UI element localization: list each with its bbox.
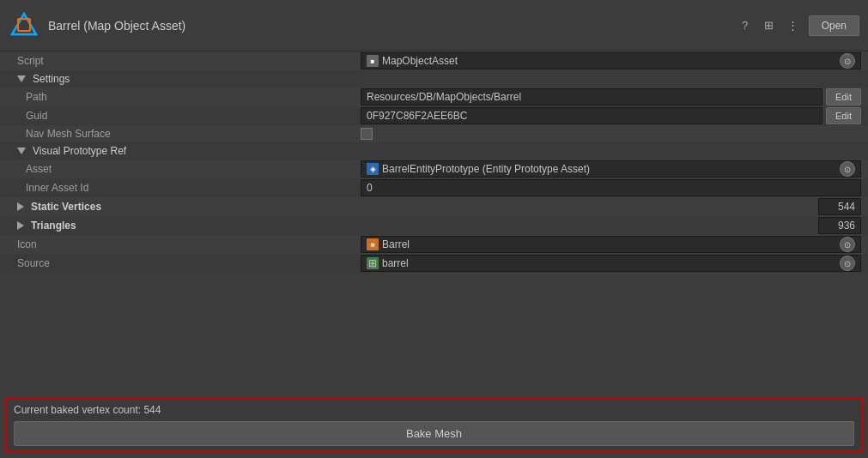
icon-row: Icon ● Barrel ⊙ (0, 235, 868, 254)
title-bar: Barrel (Map Object Asset) ? ⊞ ⋮ Open (0, 0, 868, 51)
icon-select-icon[interactable]: ⊙ (840, 237, 855, 252)
visual-proto-collapse-icon[interactable] (17, 148, 26, 154)
icon-field: ● Barrel ⊙ (361, 236, 861, 253)
inner-asset-field: 0 (361, 179, 861, 196)
inner-asset-label: Inner Asset Id (0, 182, 361, 194)
static-vertices-value-col: 544 (361, 198, 868, 215)
script-value-col: ■ MapObjectAsset ⊙ (361, 52, 868, 69)
script-select-icon[interactable]: ⊙ (840, 53, 855, 69)
asset-row: Asset ◈ BarrelEntityPrototype (Entity Pr… (0, 160, 868, 178)
icon-value-inner: ● Barrel (367, 238, 410, 250)
guid-value-col: 0F927C86F2AEE6BC Edit (361, 107, 868, 124)
title-actions: ? ⊞ ⋮ Open (737, 15, 859, 36)
source-value-inner: ⊞ barrel (367, 257, 409, 269)
source-value-col: ⊞ barrel ⊙ (361, 255, 868, 272)
source-field: ⊞ barrel ⊙ (361, 255, 861, 272)
menu-icon[interactable]: ⋮ (785, 17, 802, 34)
settings-collapse-icon[interactable] (17, 75, 26, 82)
asset-label: Asset (0, 163, 361, 175)
settings-label: Settings (0, 73, 361, 85)
triangles-value-col: 936 (361, 217, 868, 234)
baked-vertex-count: Current baked vertex count: 544 (14, 404, 854, 416)
visual-proto-row: Visual Prototype Ref (0, 142, 868, 160)
layout-icon[interactable]: ⊞ (761, 17, 778, 34)
help-icon[interactable]: ? (737, 17, 754, 34)
static-vertices-count: 544 (818, 198, 861, 215)
source-label: Source (0, 257, 361, 269)
guid-row: Guid 0F927C86F2AEE6BC Edit (0, 106, 868, 125)
asset-value-inner: ◈ BarrelEntityPrototype (Entity Prototyp… (367, 163, 590, 175)
path-edit-button[interactable]: Edit (826, 88, 861, 105)
source-row: Source ⊞ barrel ⊙ (0, 254, 868, 273)
guid-field: 0F927C86F2AEE6BC (361, 107, 822, 124)
static-vertices-expand-icon[interactable] (17, 202, 24, 211)
window-title: Barrel (Map Object Asset) (48, 19, 185, 33)
static-vertices-row: Static Vertices 544 (0, 197, 868, 216)
icon-value-col: ● Barrel ⊙ (361, 236, 868, 253)
nav-mesh-checkbox[interactable] (361, 128, 373, 140)
triangles-expand-icon[interactable] (17, 221, 24, 230)
open-button[interactable]: Open (809, 15, 859, 36)
icon-asset-icon: ● (367, 238, 379, 250)
guid-label: Guid (0, 110, 361, 122)
script-row: Script ■ MapObjectAsset ⊙ (0, 51, 868, 70)
asset-select-icon[interactable]: ⊙ (840, 161, 855, 177)
nav-mesh-row: Nav Mesh Surface (0, 125, 868, 142)
entity-proto-icon: ◈ (367, 163, 379, 175)
asset-value-col: ◈ BarrelEntityPrototype (Entity Prototyp… (361, 160, 868, 178)
nav-mesh-label: Nav Mesh Surface (0, 128, 361, 140)
app-logo (9, 10, 39, 41)
settings-row: Settings (0, 70, 868, 87)
inner-asset-row: Inner Asset Id 0 (0, 178, 868, 197)
path-value-col: Resources/DB/MapObjects/Barrel Edit (361, 88, 868, 105)
source-grid-icon: ⊞ (367, 257, 379, 269)
icon-label: Icon (0, 238, 361, 250)
path-row: Path Resources/DB/MapObjects/Barrel Edit (0, 87, 868, 106)
script-doc-icon: ■ (367, 55, 379, 67)
visual-proto-label: Visual Prototype Ref (0, 145, 361, 157)
asset-field: ◈ BarrelEntityPrototype (Entity Prototyp… (361, 160, 861, 178)
script-label: Script (0, 55, 361, 67)
triangles-count: 936 (818, 217, 861, 234)
nav-mesh-value-col (361, 128, 868, 140)
static-vertices-label: Static Vertices (0, 201, 361, 213)
inner-asset-value-col: 0 (361, 179, 868, 196)
script-field: ■ MapObjectAsset ⊙ (361, 52, 861, 69)
source-select-icon[interactable]: ⊙ (840, 256, 855, 271)
inspector-window: Barrel (Map Object Asset) ? ⊞ ⋮ Open Scr… (0, 0, 868, 458)
guid-edit-button[interactable]: Edit (826, 107, 861, 124)
script-value-inner: ■ MapObjectAsset (367, 55, 458, 67)
path-label: Path (0, 91, 361, 103)
inspector-content: Script ■ MapObjectAsset ⊙ Settings (0, 51, 868, 392)
triangles-row: Triangles 936 (0, 216, 868, 235)
bake-section: Current baked vertex count: 544 Bake Mes… (5, 397, 863, 453)
bake-mesh-button[interactable]: Bake Mesh (14, 421, 854, 446)
path-field: Resources/DB/MapObjects/Barrel (361, 88, 822, 105)
title-left: Barrel (Map Object Asset) (9, 10, 185, 41)
triangles-label: Triangles (0, 220, 361, 232)
